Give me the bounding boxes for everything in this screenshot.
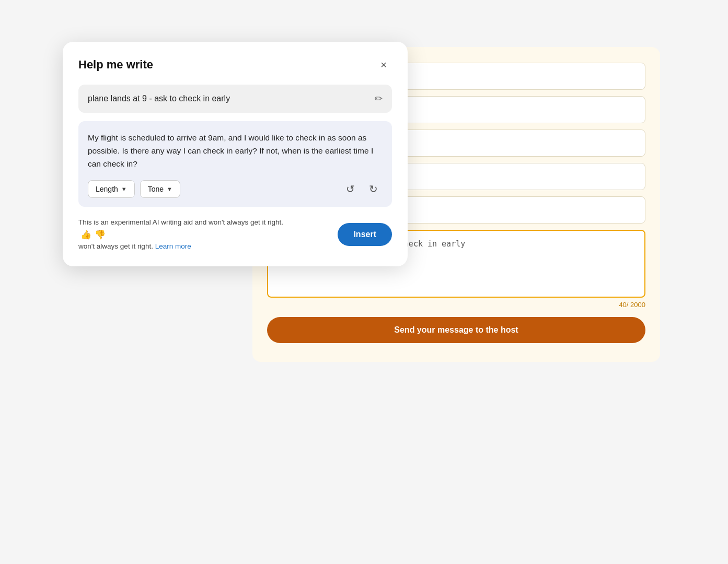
learn-more-link[interactable]: Learn more [155, 242, 191, 250]
length-arrow: ▼ [121, 186, 127, 192]
prompt-box: plane lands at 9 - ask to check in early… [78, 85, 392, 113]
modal-footer: This is an experimental AI writing aid a… [78, 217, 392, 252]
length-dropdown[interactable]: Length ▼ [88, 180, 135, 198]
undo-button[interactable]: ↺ [341, 180, 360, 198]
generated-box: My flight is scheduled to arrive at 9am,… [78, 121, 392, 207]
thumbs-up-icon[interactable]: 👍 [80, 228, 91, 242]
help-me-write-modal: Help me write × plane lands at 9 - ask t… [63, 42, 408, 266]
prompt-text: plane lands at 9 - ask to check in early [88, 94, 368, 103]
insert-button[interactable]: Insert [338, 223, 392, 246]
modal-title: Help me write [78, 58, 153, 72]
generated-text: My flight is scheduled to arrive at 9am,… [88, 132, 383, 170]
edit-icon[interactable]: ✏ [375, 93, 383, 104]
tone-dropdown[interactable]: Tone ▼ [140, 180, 180, 198]
tone-label: Tone [148, 185, 164, 193]
controls-row: Length ▼ Tone ▼ ↺ ↻ [88, 180, 383, 198]
send-button[interactable]: Send your message to the host [267, 317, 645, 343]
tone-arrow: ▼ [167, 186, 172, 192]
redo-button[interactable]: ↻ [364, 180, 383, 198]
char-count: 40/ 2000 [267, 301, 645, 309]
undo-redo-group: ↺ ↻ [341, 180, 383, 198]
disclaimer-text: This is an experimental AI writing aid a… [78, 217, 298, 252]
dropdowns: Length ▼ Tone ▼ [88, 180, 180, 198]
close-button[interactable]: × [375, 56, 392, 73]
length-label: Length [96, 185, 118, 193]
thumbs-down-icon[interactable]: 👎 [95, 228, 106, 242]
modal-header: Help me write × [78, 56, 392, 73]
feedback-icons: 👍 👎 [80, 228, 106, 242]
